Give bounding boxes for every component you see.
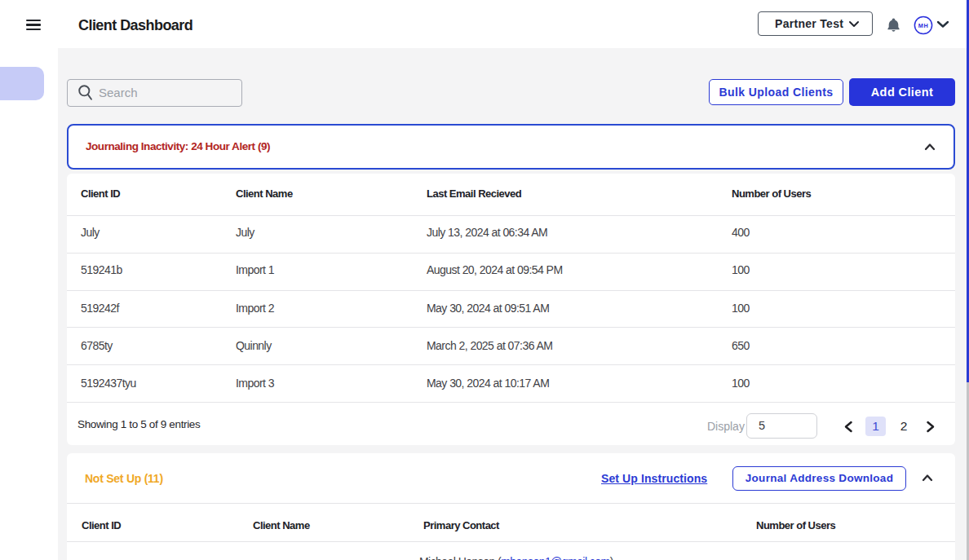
svg-text:MH: MH	[918, 22, 928, 29]
